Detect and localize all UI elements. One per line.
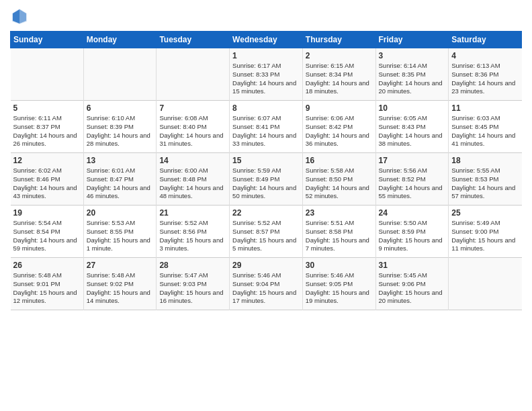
calendar-week-row: 1Sunrise: 6:17 AM Sunset: 8:33 PM Daylig… [11,48,522,101]
calendar-cell: 16Sunrise: 5:58 AM Sunset: 8:50 PM Dayli… [302,153,375,205]
cell-text: Sunrise: 5:49 AM Sunset: 9:00 PM Dayligh… [451,219,519,253]
day-number: 14 [159,156,226,165]
day-number: 26 [13,261,81,270]
calendar-cell: 12Sunrise: 6:02 AM Sunset: 8:46 PM Dayli… [11,153,84,205]
calendar-cell: 7Sunrise: 6:08 AM Sunset: 8:40 PM Daylig… [157,101,230,153]
cell-text: Sunrise: 5:55 AM Sunset: 8:53 PM Dayligh… [451,167,519,201]
calendar-cell: 21Sunrise: 5:52 AM Sunset: 8:56 PM Dayli… [157,205,230,258]
calendar-week-row: 26Sunrise: 5:48 AM Sunset: 9:01 PM Dayli… [11,258,522,310]
day-number: 24 [379,208,446,218]
day-number: 6 [87,103,154,113]
calendar-cell: 31Sunrise: 5:45 AM Sunset: 9:06 PM Dayli… [375,258,449,310]
page-container: SundayMondayTuesdayWednesdayThursdayFrid… [0,0,532,317]
cell-text: Sunrise: 6:13 AM Sunset: 8:36 PM Dayligh… [451,62,519,96]
weekday-header: Saturday [449,32,522,48]
cell-text: Sunrise: 6:03 AM Sunset: 8:45 PM Dayligh… [451,114,519,148]
day-number: 20 [87,208,154,218]
calendar-week-row: 5Sunrise: 6:11 AM Sunset: 8:37 PM Daylig… [11,101,522,153]
cell-text: Sunrise: 5:58 AM Sunset: 8:50 PM Dayligh… [306,167,373,201]
calendar-cell: 9Sunrise: 6:06 AM Sunset: 8:42 PM Daylig… [302,101,375,153]
day-number: 31 [379,261,446,270]
calendar-cell: 4Sunrise: 6:13 AM Sunset: 8:36 PM Daylig… [449,48,522,101]
calendar-week-row: 12Sunrise: 6:02 AM Sunset: 8:46 PM Dayli… [11,153,522,205]
day-number: 13 [87,156,154,165]
calendar-cell: 27Sunrise: 5:48 AM Sunset: 9:02 PM Dayli… [83,258,157,310]
cell-text: Sunrise: 6:14 AM Sunset: 8:35 PM Dayligh… [379,62,446,96]
day-number: 29 [232,261,300,270]
calendar-cell [11,48,84,101]
calendar-cell: 5Sunrise: 6:11 AM Sunset: 8:37 PM Daylig… [11,101,84,153]
day-number: 23 [306,208,373,218]
day-number: 5 [13,103,81,113]
calendar-cell: 26Sunrise: 5:48 AM Sunset: 9:01 PM Dayli… [11,258,84,310]
cell-text: Sunrise: 5:47 AM Sunset: 9:03 PM Dayligh… [159,271,226,306]
calendar-cell: 29Sunrise: 5:46 AM Sunset: 9:04 PM Dayli… [230,258,303,310]
cell-text: Sunrise: 6:00 AM Sunset: 8:48 PM Dayligh… [159,167,226,201]
cell-text: Sunrise: 5:48 AM Sunset: 9:02 PM Dayligh… [87,271,154,306]
calendar-cell [83,48,157,101]
day-number: 3 [379,51,446,60]
calendar-table: SundayMondayTuesdayWednesdayThursdayFrid… [10,31,522,310]
calendar-cell: 10Sunrise: 6:05 AM Sunset: 8:43 PM Dayli… [375,101,449,153]
calendar-cell: 14Sunrise: 6:00 AM Sunset: 8:48 PM Dayli… [157,153,230,205]
calendar-week-row: 19Sunrise: 5:54 AM Sunset: 8:54 PM Dayli… [11,205,522,258]
cell-text: Sunrise: 6:08 AM Sunset: 8:40 PM Dayligh… [159,114,226,148]
cell-text: Sunrise: 6:02 AM Sunset: 8:46 PM Dayligh… [13,167,81,201]
day-number: 19 [13,208,81,218]
day-number: 15 [232,156,300,165]
day-number: 16 [306,156,373,165]
day-number: 21 [159,208,226,218]
cell-text: Sunrise: 5:56 AM Sunset: 8:52 PM Dayligh… [379,167,446,201]
calendar-cell: 25Sunrise: 5:49 AM Sunset: 9:00 PM Dayli… [449,205,522,258]
cell-text: Sunrise: 5:59 AM Sunset: 8:49 PM Dayligh… [232,167,300,201]
page-header [10,7,522,26]
cell-text: Sunrise: 6:17 AM Sunset: 8:33 PM Dayligh… [232,62,300,96]
cell-text: Sunrise: 5:48 AM Sunset: 9:01 PM Dayligh… [13,271,81,306]
weekday-header: Wednesday [230,32,303,48]
cell-text: Sunrise: 5:54 AM Sunset: 8:54 PM Dayligh… [13,219,81,253]
calendar-cell: 17Sunrise: 5:56 AM Sunset: 8:52 PM Dayli… [375,153,449,205]
calendar-cell: 23Sunrise: 5:51 AM Sunset: 8:58 PM Dayli… [302,205,375,258]
calendar-cell: 2Sunrise: 6:15 AM Sunset: 8:34 PM Daylig… [302,48,375,101]
day-number: 10 [379,103,446,113]
cell-text: Sunrise: 5:46 AM Sunset: 9:04 PM Dayligh… [232,271,300,306]
cell-text: Sunrise: 6:15 AM Sunset: 8:34 PM Dayligh… [306,62,373,96]
calendar-cell [449,258,522,310]
cell-text: Sunrise: 6:06 AM Sunset: 8:42 PM Dayligh… [306,114,373,148]
weekday-header: Monday [83,32,157,48]
calendar-cell: 19Sunrise: 5:54 AM Sunset: 8:54 PM Dayli… [11,205,84,258]
logo-icon [10,7,29,26]
cell-text: Sunrise: 5:52 AM Sunset: 8:56 PM Dayligh… [159,219,226,253]
calendar-cell: 18Sunrise: 5:55 AM Sunset: 8:53 PM Dayli… [449,153,522,205]
day-number: 25 [451,208,519,218]
calendar-cell: 30Sunrise: 5:46 AM Sunset: 9:05 PM Dayli… [302,258,375,310]
day-number: 22 [232,208,300,218]
day-number: 17 [379,156,446,165]
day-number: 12 [13,156,81,165]
calendar-cell: 8Sunrise: 6:07 AM Sunset: 8:41 PM Daylig… [230,101,303,153]
weekday-header: Friday [375,32,449,48]
day-number: 7 [159,103,226,113]
cell-text: Sunrise: 5:45 AM Sunset: 9:06 PM Dayligh… [379,271,446,306]
calendar-cell: 6Sunrise: 6:10 AM Sunset: 8:39 PM Daylig… [83,101,157,153]
cell-text: Sunrise: 5:50 AM Sunset: 8:59 PM Dayligh… [379,219,446,253]
cell-text: Sunrise: 6:07 AM Sunset: 8:41 PM Dayligh… [232,114,300,148]
calendar-cell: 1Sunrise: 6:17 AM Sunset: 8:33 PM Daylig… [230,48,303,101]
day-number: 1 [232,51,300,60]
weekday-header: Sunday [11,32,84,48]
day-number: 9 [306,103,373,113]
calendar-cell: 28Sunrise: 5:47 AM Sunset: 9:03 PM Dayli… [157,258,230,310]
cell-text: Sunrise: 5:46 AM Sunset: 9:05 PM Dayligh… [306,271,373,306]
calendar-cell [157,48,230,101]
day-number: 28 [159,261,226,270]
cell-text: Sunrise: 5:53 AM Sunset: 8:55 PM Dayligh… [87,219,154,253]
day-number: 4 [451,51,519,60]
cell-text: Sunrise: 6:10 AM Sunset: 8:39 PM Dayligh… [87,114,154,148]
calendar-cell: 24Sunrise: 5:50 AM Sunset: 8:59 PM Dayli… [375,205,449,258]
calendar-cell: 11Sunrise: 6:03 AM Sunset: 8:45 PM Dayli… [449,101,522,153]
day-number: 27 [87,261,154,270]
day-number: 2 [306,51,373,60]
cell-text: Sunrise: 6:01 AM Sunset: 8:47 PM Dayligh… [87,167,154,201]
cell-text: Sunrise: 5:52 AM Sunset: 8:57 PM Dayligh… [232,219,300,253]
cell-text: Sunrise: 6:05 AM Sunset: 8:43 PM Dayligh… [379,114,446,148]
